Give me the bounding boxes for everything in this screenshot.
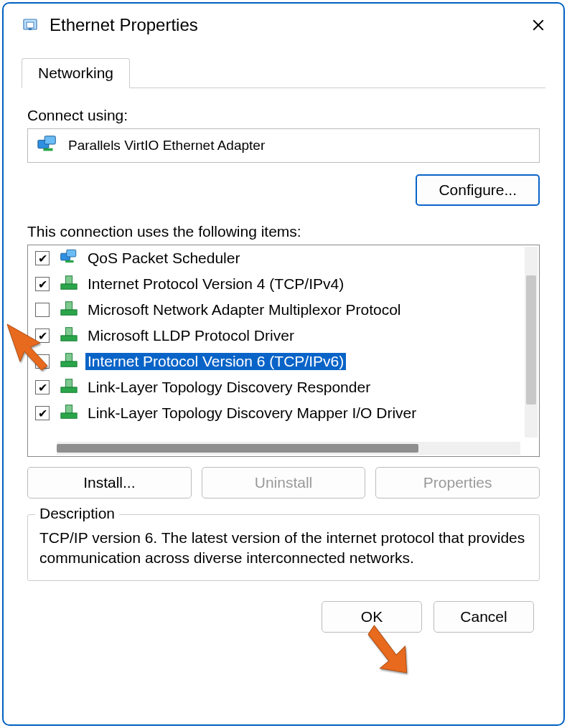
item-checkbox[interactable]: ✔: [35, 380, 50, 394]
list-item[interactable]: Internet Protocol Version 6 (TCP/IPv6): [28, 349, 522, 374]
window-title: Ethernet Properties: [50, 15, 524, 35]
protocol-icon: [60, 326, 78, 346]
svg-rect-10: [65, 260, 73, 262]
cancel-button[interactable]: Cancel: [434, 601, 534, 633]
item-label: Internet Protocol Version 6 (TCP/IPv6): [85, 353, 346, 370]
title-bar: Ethernet Properties: [4, 4, 563, 47]
svg-rect-1: [27, 22, 34, 28]
network-adapter-icon: [37, 134, 58, 158]
networking-pane: Connect using: Parallels VirtIO Ethernet…: [22, 94, 545, 633]
items-listbox[interactable]: ✔ QoS Packet Scheduler✔ Internet Protoco…: [27, 245, 540, 457]
list-item[interactable]: ✔ QoS Packet Scheduler: [28, 245, 522, 271]
item-checkbox[interactable]: ✔: [35, 251, 50, 265]
item-checkbox[interactable]: [35, 354, 50, 369]
configure-button[interactable]: Configure...: [416, 174, 540, 206]
horizontal-scrollbar[interactable]: [57, 442, 520, 455]
svg-rect-14: [65, 301, 72, 309]
protocol-icon: [60, 274, 78, 295]
connect-using-label: Connect using:: [27, 107, 540, 124]
item-label: Internet Protocol Version 4 (TCP/IPv4): [85, 275, 346, 293]
svg-rect-13: [61, 309, 77, 314]
svg-rect-15: [61, 335, 77, 340]
dialog-window: Ethernet Properties Networking Connect u…: [2, 2, 565, 726]
tab-networking[interactable]: Networking: [22, 58, 130, 88]
ethernet-port-icon: [22, 16, 39, 34]
tab-strip: Networking: [22, 55, 545, 88]
svg-rect-17: [61, 361, 77, 366]
install-button[interactable]: Install...: [27, 467, 192, 498]
protocol-icon: [60, 403, 78, 424]
vertical-scroll-thumb[interactable]: [526, 275, 536, 405]
horizontal-scroll-thumb[interactable]: [57, 444, 418, 453]
svg-rect-19: [61, 387, 77, 392]
item-label: Link-Layer Topology Discovery Mapper I/O…: [85, 405, 418, 422]
protocol-icon: [60, 351, 78, 372]
list-item[interactable]: Microsoft Network Adapter Multiplexor Pr…: [28, 297, 522, 323]
item-label: QoS Packet Scheduler: [85, 250, 242, 267]
list-item[interactable]: ✔ Internet Protocol Version 4 (TCP/IPv4): [28, 271, 522, 297]
item-checkbox[interactable]: [35, 303, 50, 317]
protocol-icon: [60, 300, 78, 321]
network-adapter-icon: [60, 248, 78, 269]
svg-rect-11: [61, 283, 77, 288]
description-group: Description TCP/IP version 6. The latest…: [27, 514, 540, 581]
item-checkbox[interactable]: ✔: [35, 277, 50, 291]
uninstall-button: Uninstall: [202, 467, 366, 498]
item-checkbox[interactable]: ✔: [35, 406, 50, 420]
svg-rect-21: [61, 412, 77, 417]
adapter-name: Parallels VirtIO Ethernet Adapter: [68, 138, 265, 153]
svg-rect-12: [65, 275, 72, 283]
svg-rect-9: [67, 250, 76, 257]
properties-button: Properties: [375, 467, 540, 498]
ok-button[interactable]: OK: [322, 601, 422, 633]
vertical-scrollbar[interactable]: [525, 247, 538, 438]
item-label: Link-Layer Topology Discovery Responder: [85, 379, 372, 396]
dialog-content: Networking Connect using: Parallels Virt…: [4, 47, 563, 633]
list-item[interactable]: ✔ Link-Layer Topology Discovery Responde…: [28, 374, 522, 400]
description-text: TCP/IP version 6. The latest version of …: [39, 528, 528, 569]
svg-rect-6: [44, 136, 55, 143]
list-item[interactable]: ✔ Microsoft LLDP Protocol Driver: [28, 323, 522, 349]
items-label: This connection uses the following items…: [27, 223, 540, 240]
item-checkbox[interactable]: ✔: [35, 328, 50, 343]
svg-rect-7: [43, 148, 52, 151]
protocol-icon: [60, 377, 78, 398]
close-button[interactable]: [524, 11, 553, 39]
list-item[interactable]: ✔ Link-Layer Topology Discovery Mapper I…: [28, 400, 522, 426]
svg-rect-2: [29, 28, 32, 30]
svg-rect-16: [65, 327, 72, 335]
svg-rect-20: [65, 379, 72, 387]
svg-rect-18: [65, 353, 72, 361]
svg-rect-22: [65, 405, 72, 412]
item-label: Microsoft Network Adapter Multiplexor Pr…: [85, 301, 403, 318]
item-label: Microsoft LLDP Protocol Driver: [85, 327, 296, 344]
adapter-field[interactable]: Parallels VirtIO Ethernet Adapter: [27, 128, 540, 163]
description-group-title: Description: [35, 505, 119, 522]
